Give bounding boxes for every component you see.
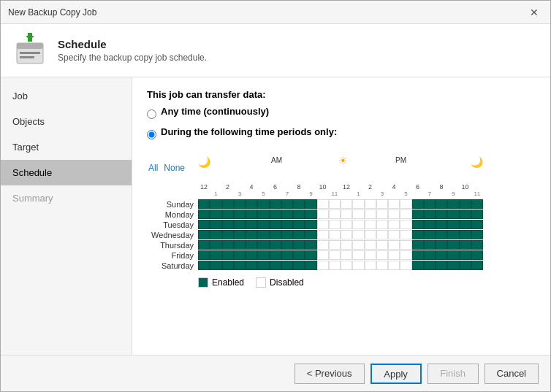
cell-4-0[interactable] [198, 240, 210, 250]
cell-2-1[interactable] [210, 220, 221, 229]
cell-4-20[interactable] [436, 240, 447, 250]
cell-6-16[interactable] [388, 261, 400, 270]
cell-4-15[interactable] [376, 240, 388, 250]
cell-6-10[interactable] [317, 261, 329, 270]
cell-5-8[interactable] [293, 250, 305, 260]
cell-3-1[interactable] [210, 230, 221, 239]
cell-3-16[interactable] [388, 230, 400, 239]
cell-4-23[interactable] [471, 240, 483, 250]
cell-4-1[interactable] [210, 240, 221, 250]
cell-2-6[interactable] [270, 220, 281, 229]
cell-4-11[interactable] [329, 240, 341, 250]
cell-3-20[interactable] [436, 230, 447, 239]
radio-anytime[interactable]: Any time (continuously) [147, 106, 536, 123]
cell-3-14[interactable] [365, 230, 376, 239]
cell-4-13[interactable] [352, 240, 364, 250]
cell-5-0[interactable] [198, 250, 210, 260]
cell-2-17[interactable] [400, 220, 411, 229]
cell-6-13[interactable] [352, 261, 364, 270]
cell-0-0[interactable] [198, 199, 210, 209]
cell-3-7[interactable] [281, 230, 293, 239]
cell-1-9[interactable] [305, 210, 316, 219]
cell-2-19[interactable] [424, 220, 436, 229]
cell-3-12[interactable] [341, 230, 352, 239]
cell-6-7[interactable] [281, 261, 293, 270]
cell-2-13[interactable] [352, 220, 364, 229]
cell-3-21[interactable] [447, 230, 459, 239]
sidebar-item-objects[interactable]: Objects [1, 109, 132, 134]
cell-0-22[interactable] [460, 199, 471, 209]
cell-5-9[interactable] [305, 250, 316, 260]
cell-6-12[interactable] [341, 261, 352, 270]
cell-2-22[interactable] [460, 220, 471, 229]
cell-3-9[interactable] [305, 230, 316, 239]
cell-3-15[interactable] [376, 230, 388, 239]
cell-6-21[interactable] [447, 261, 459, 270]
cell-5-14[interactable] [365, 250, 376, 260]
cell-4-10[interactable] [317, 240, 329, 250]
cell-3-4[interactable] [246, 230, 257, 239]
previous-button[interactable]: < Previous [294, 364, 365, 384]
cell-0-16[interactable] [388, 199, 400, 209]
cell-0-15[interactable] [376, 199, 388, 209]
cell-4-4[interactable] [246, 240, 257, 250]
cell-4-7[interactable] [281, 240, 293, 250]
cell-5-20[interactable] [436, 250, 447, 260]
cell-5-7[interactable] [281, 250, 293, 260]
cell-6-1[interactable] [210, 261, 221, 270]
cell-4-6[interactable] [270, 240, 281, 250]
cell-2-10[interactable] [317, 220, 329, 229]
cell-2-12[interactable] [341, 220, 352, 229]
cell-5-6[interactable] [270, 250, 281, 260]
cell-6-22[interactable] [460, 261, 471, 270]
cell-4-19[interactable] [424, 240, 436, 250]
all-button[interactable]: All [147, 163, 159, 173]
cell-2-3[interactable] [234, 220, 246, 229]
cell-6-3[interactable] [234, 261, 246, 270]
cell-0-17[interactable] [400, 199, 411, 209]
apply-button[interactable]: Apply [370, 364, 422, 384]
cell-0-18[interactable] [412, 199, 424, 209]
cell-1-13[interactable] [352, 210, 364, 219]
cell-1-3[interactable] [234, 210, 246, 219]
cell-3-18[interactable] [412, 230, 424, 239]
cell-0-13[interactable] [352, 199, 364, 209]
cell-6-6[interactable] [270, 261, 281, 270]
cell-2-7[interactable] [281, 220, 293, 229]
cell-0-7[interactable] [281, 199, 293, 209]
none-button[interactable]: None [162, 163, 186, 173]
cell-5-2[interactable] [222, 250, 234, 260]
cell-6-17[interactable] [400, 261, 411, 270]
cell-1-0[interactable] [198, 210, 210, 219]
cell-5-3[interactable] [234, 250, 246, 260]
cell-5-10[interactable] [317, 250, 329, 260]
cell-6-18[interactable] [412, 261, 424, 270]
cell-1-7[interactable] [281, 210, 293, 219]
cell-1-20[interactable] [436, 210, 447, 219]
cell-1-16[interactable] [388, 210, 400, 219]
cell-1-2[interactable] [222, 210, 234, 219]
cell-3-23[interactable] [471, 230, 483, 239]
cell-4-9[interactable] [305, 240, 316, 250]
cell-2-21[interactable] [447, 220, 459, 229]
cell-3-11[interactable] [329, 230, 341, 239]
cell-6-20[interactable] [436, 261, 447, 270]
cell-2-5[interactable] [257, 220, 269, 229]
cell-5-21[interactable] [447, 250, 459, 260]
cell-2-20[interactable] [436, 220, 447, 229]
cell-6-5[interactable] [257, 261, 269, 270]
cell-1-14[interactable] [365, 210, 376, 219]
cell-2-8[interactable] [293, 220, 305, 229]
cell-1-19[interactable] [424, 210, 436, 219]
cell-1-4[interactable] [246, 210, 257, 219]
cell-0-23[interactable] [471, 199, 483, 209]
cell-0-19[interactable] [424, 199, 436, 209]
cell-4-16[interactable] [388, 240, 400, 250]
sidebar-item-schedule[interactable]: Schedule [1, 160, 132, 185]
cell-5-11[interactable] [329, 250, 341, 260]
cell-6-11[interactable] [329, 261, 341, 270]
cell-2-9[interactable] [305, 220, 316, 229]
cell-3-22[interactable] [460, 230, 471, 239]
cell-5-17[interactable] [400, 250, 411, 260]
cell-4-14[interactable] [365, 240, 376, 250]
